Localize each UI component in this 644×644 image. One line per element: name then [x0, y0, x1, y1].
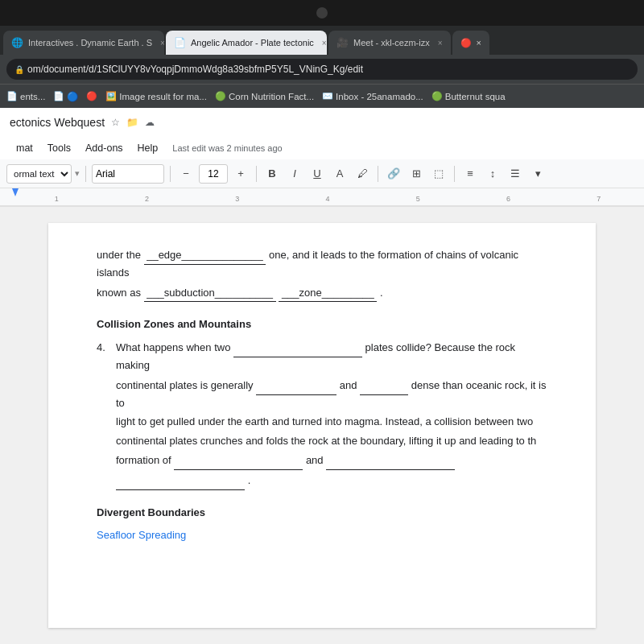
- q4-line-5: formation of and: [116, 452, 547, 470]
- blank-q4-formation1: [174, 452, 303, 470]
- docs-title-bar: ectonics Webquest ☆ 📁 ☁: [0, 108, 644, 137]
- tab-icon-docs: 📄: [174, 37, 186, 48]
- more-button[interactable]: ▾: [528, 164, 547, 184]
- bookmark-butternut-icon: 🟢: [431, 91, 443, 101]
- bookmark-docs-icon: 📄: [6, 91, 18, 101]
- blank-q4-plates: [233, 340, 362, 357]
- bookmark-3-icon: 🔴: [86, 91, 97, 101]
- line-spacing-button[interactable]: ↕: [483, 164, 502, 184]
- q4-number: 4.: [97, 340, 109, 374]
- image-button[interactable]: ⬚: [429, 164, 448, 184]
- tab-close-interactives[interactable]: ×: [160, 39, 164, 47]
- section-divergent-heading: Divergent Boundaries: [97, 505, 547, 522]
- intro-line-2: known as ___subduction__________ ___zone…: [97, 285, 547, 303]
- comment-button[interactable]: ⊞: [407, 164, 426, 184]
- italic-button[interactable]: I: [285, 164, 304, 184]
- align-button[interactable]: ≡: [460, 164, 480, 184]
- tab-close-meet[interactable]: ×: [438, 39, 443, 47]
- bookmark-docs[interactable]: 📄 ents...: [6, 91, 45, 101]
- os-bar: [0, 0, 644, 26]
- underline-button[interactable]: U: [308, 164, 327, 184]
- menu-help[interactable]: Help: [131, 141, 165, 155]
- ruler-mark-5: 5: [373, 195, 463, 203]
- font-name-input[interactable]: [92, 164, 164, 184]
- q4-line-4: continental plates crunches and folds th…: [116, 433, 547, 450]
- blank-q4-generally: [256, 378, 336, 395]
- doc-page: under the __edge______________ one, and …: [48, 223, 596, 628]
- q4-line-6: .: [116, 473, 547, 490]
- style-arrow: ▾: [75, 168, 80, 179]
- bookmark-inbox-icon: ✉️: [322, 91, 333, 101]
- bookmark-2[interactable]: 📄 🔵: [53, 91, 78, 102]
- blank-edge: __edge______________: [144, 247, 266, 265]
- blank-q4-and: [360, 378, 408, 395]
- folder-icon[interactable]: 📁: [126, 117, 138, 128]
- divider-4: [378, 166, 378, 182]
- bold-button[interactable]: B: [262, 164, 282, 184]
- bookmark-2-icon2: 🔵: [67, 91, 78, 102]
- os-dot: [316, 7, 328, 19]
- font-size-decrease[interactable]: −: [176, 164, 196, 184]
- link-button[interactable]: 🔗: [384, 164, 403, 184]
- q4-line-2: continental plates is generally and dens…: [116, 378, 547, 412]
- question-4-block: 4. What happens when two plates collide?…: [97, 340, 547, 374]
- bookmark-corn-icon: 🟢: [215, 91, 226, 101]
- intro-line-1: under the __edge______________ one, and …: [97, 247, 547, 282]
- divider-3: [256, 166, 257, 182]
- ruler-mark-6: 6: [463, 195, 553, 203]
- ruler-mark-2: 2: [101, 195, 192, 203]
- doc-area: ectonics Webquest ☆ 📁 ☁ mat Tools Add-on…: [0, 108, 644, 644]
- q4-line-3: light to get pulled under the earth and …: [116, 414, 547, 431]
- bookmark-butternut[interactable]: 🟢 Butternut squa: [431, 91, 506, 101]
- bookmarks-bar: 📄 ents... 📄 🔵 🔴 🖼️ Image result for ma..…: [0, 84, 644, 108]
- tab-icon-interactives: 🌐: [11, 37, 23, 48]
- tab-bar: 🌐 Interactives . Dynamic Earth . S × 📄 A…: [0, 26, 644, 55]
- ruler-mark-1: 1: [11, 195, 101, 203]
- list-button[interactable]: ☰: [506, 164, 525, 184]
- blank-q4-formation2: [326, 452, 455, 470]
- docs-menu-bar: mat Tools Add-ons Help Last edit was 2 m…: [0, 137, 644, 159]
- font-size-increase[interactable]: +: [231, 164, 250, 184]
- star-icon[interactable]: ☆: [111, 117, 120, 128]
- tab-plate-tectonics[interactable]: 📄 Angelic Amador - Plate tectonic ×: [166, 31, 327, 55]
- tab-interactives[interactable]: 🌐 Interactives . Dynamic Earth . S ×: [3, 31, 164, 55]
- url-field[interactable]: 🔒 om/document/d/1SfClUYY8vYoqpjDmmoWdg8a…: [6, 59, 638, 80]
- bookmark-corn[interactable]: 🟢 Corn Nutrition Fact...: [215, 91, 314, 101]
- ruler-numbers: 1 2 3 4 5 6 7: [0, 195, 644, 203]
- blank-q4-final: [116, 473, 245, 490]
- font-size-input[interactable]: [199, 164, 228, 184]
- divider-2: [170, 166, 171, 182]
- section-seafloor-heading-partial: Seafloor Spreading: [97, 527, 547, 544]
- doc-content[interactable]: under the __edge______________ one, and …: [0, 207, 644, 644]
- address-bar: 🔒 om/document/d/1SfClUYY8vYoqpjDmmoWdg8a…: [0, 55, 644, 84]
- menu-addons[interactable]: Add-ons: [79, 141, 130, 155]
- bookmark-inbox[interactable]: ✉️ Inbox - 25anamado...: [322, 91, 423, 101]
- tab-extra[interactable]: 🔴 ×: [452, 31, 489, 55]
- highlight-button[interactable]: 🖊: [353, 164, 372, 184]
- ruler-mark-4: 4: [283, 195, 373, 203]
- ruler-mark-7: 7: [554, 195, 644, 203]
- bookmark-image[interactable]: 🖼️ Image result for ma...: [105, 91, 207, 101]
- menu-format[interactable]: mat: [10, 141, 39, 155]
- tab-close-docs[interactable]: ×: [322, 39, 327, 47]
- bookmark-2-icon: 📄: [53, 91, 64, 101]
- menu-tools[interactable]: Tools: [41, 141, 77, 155]
- docs-title: ectonics Webquest: [10, 116, 105, 129]
- tab-meet[interactable]: 🎥 Meet - xkl-cezm-izx ×: [328, 31, 451, 55]
- browser-window: 🌐 Interactives . Dynamic Earth . S × 📄 A…: [0, 26, 644, 644]
- blank-subduction: ___subduction__________: [144, 285, 276, 303]
- last-edit-status: Last edit was 2 minutes ago: [172, 143, 282, 153]
- blank-zone: ___zone_________: [279, 285, 377, 303]
- tab-icon-meet: 🎥: [336, 37, 349, 48]
- q4-text: What happens when two plates collide? Be…: [116, 340, 547, 374]
- divider-1: [85, 166, 86, 182]
- font-color-button[interactable]: A: [330, 164, 349, 184]
- ruler: 1 2 3 4 5 6 7: [0, 188, 644, 206]
- format-toolbar: ormal text ▾ − + B I U A 🖊 🔗 ⊞ ⬚: [0, 159, 644, 188]
- bookmark-3[interactable]: 🔴: [86, 91, 97, 101]
- tab-icon-extra: 🔴: [460, 38, 472, 48]
- bookmark-image-icon: 🖼️: [105, 91, 117, 101]
- divider-5: [454, 166, 455, 182]
- paragraph-style-select[interactable]: ormal text: [6, 164, 72, 184]
- cloud-icon[interactable]: ☁: [145, 117, 155, 128]
